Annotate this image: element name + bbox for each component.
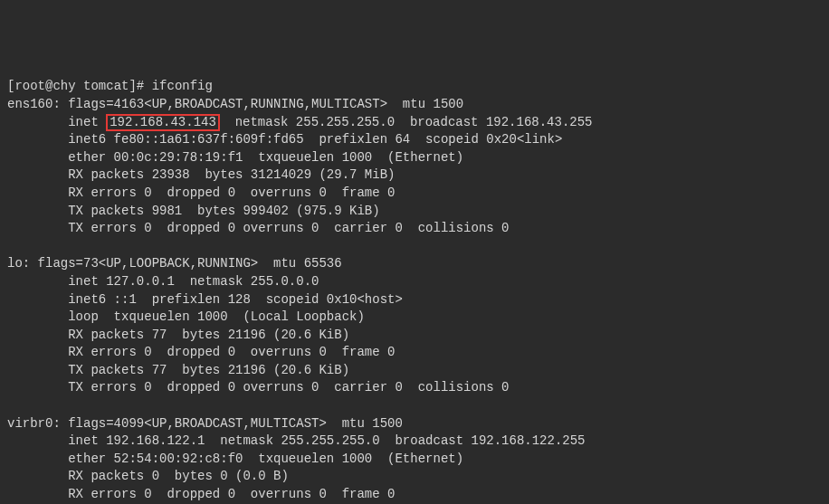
lo-inet: inet 127.0.0.1 netmask 255.0.0.0 bbox=[7, 273, 822, 291]
terminal-output[interactable]: [root@chy tomcat]# ifconfigens160: flags… bbox=[7, 78, 822, 504]
ens160-tx-errors: TX errors 0 dropped 0 overruns 0 carrier… bbox=[7, 220, 822, 238]
command-text: ifconfig bbox=[152, 79, 213, 93]
virbr0-inet: inet 192.168.122.1 netmask 255.255.255.0… bbox=[7, 433, 822, 451]
ens160-inet-line: inet 192.168.43.143 netmask 255.255.255.… bbox=[7, 114, 822, 132]
ens160-inet-post: netmask 255.255.255.0 broadcast 192.168.… bbox=[220, 115, 593, 129]
lo-tx-packets: TX packets 77 bytes 21196 (20.6 KiB) bbox=[7, 362, 822, 380]
prompt-close: ]# bbox=[129, 79, 151, 93]
ens160-rx-packets: RX packets 23938 bytes 31214029 (29.7 Mi… bbox=[7, 166, 822, 185]
virbr0-rx-errors: RX errors 0 dropped 0 overruns 0 frame 0 bbox=[7, 486, 822, 504]
lo-tx-errors: TX errors 0 dropped 0 overruns 0 carrier… bbox=[7, 379, 822, 397]
highlighted-ip-box: 192.168.43.143 bbox=[106, 114, 220, 131]
lo-inet6: inet6 ::1 prefixlen 128 scopeid 0x10<hos… bbox=[7, 291, 822, 309]
blank-line-1 bbox=[7, 238, 822, 256]
blank-line-2 bbox=[7, 397, 822, 415]
prompt-user: root bbox=[14, 79, 45, 93]
virbr0-header: virbr0: flags=4099<UP,BROADCAST,MULTICAS… bbox=[7, 415, 822, 433]
prompt-line: [root@chy tomcat]# ifconfig bbox=[7, 78, 822, 96]
ens160-header: ens160: flags=4163<UP,BROADCAST,RUNNING,… bbox=[7, 96, 822, 114]
prompt-host: chy bbox=[52, 79, 75, 93]
lo-header: lo: flags=73<UP,LOOPBACK,RUNNING> mtu 65… bbox=[7, 255, 822, 273]
ens160-tx-packets: TX packets 9981 bytes 999402 (975.9 KiB) bbox=[7, 203, 822, 221]
ens160-rx-errors: RX errors 0 dropped 0 overruns 0 frame 0 bbox=[7, 185, 822, 203]
lo-loop: loop txqueuelen 1000 (Local Loopback) bbox=[7, 309, 822, 327]
prompt-dir: tomcat bbox=[76, 79, 129, 93]
virbr0-ether: ether 52:54:00:92:c8:f0 txqueuelen 1000 … bbox=[7, 451, 822, 469]
lo-rx-errors: RX errors 0 dropped 0 overruns 0 frame 0 bbox=[7, 344, 822, 362]
lo-rx-packets: RX packets 77 bytes 21196 (20.6 KiB) bbox=[7, 327, 822, 345]
highlighted-ip: 192.168.43.143 bbox=[110, 115, 216, 129]
virbr0-rx-packets: RX packets 0 bytes 0 (0.0 B) bbox=[7, 468, 822, 486]
ens160-inet-pre: inet bbox=[7, 115, 106, 129]
ens160-ether: ether 00:0c:29:78:19:f1 txqueuelen 1000 … bbox=[7, 149, 822, 167]
ens160-inet6: inet6 fe80::1a61:637f:609f:fd65 prefixle… bbox=[7, 131, 822, 149]
